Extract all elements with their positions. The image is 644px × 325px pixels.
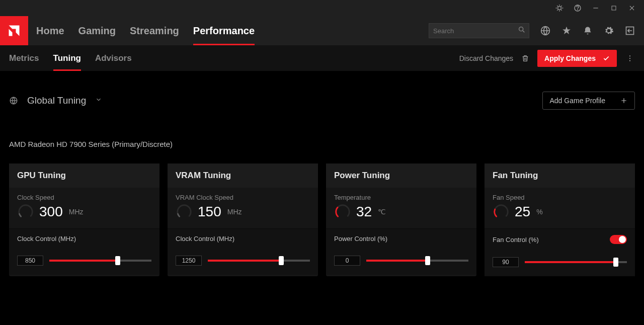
slider-input[interactable] — [493, 257, 519, 267]
globe-icon — [9, 96, 18, 105]
content: Global Tuning Add Game Profile AMD Radeo… — [0, 71, 644, 276]
slider[interactable] — [49, 260, 151, 262]
metric-unit: % — [536, 208, 542, 216]
gauge-icon — [493, 203, 510, 220]
gauge-icon — [334, 203, 351, 220]
svg-point-4 — [519, 27, 523, 31]
topbar: Home Gaming Streaming Performance — [0, 16, 644, 45]
main-nav: Home Gaming Streaming Performance — [36, 16, 255, 45]
gpu-name: AMD Radeon HD 7900 Series (Primary/Discr… — [9, 140, 635, 148]
metric-unit: ℃ — [378, 208, 386, 216]
trash-icon[interactable] — [521, 54, 529, 62]
bug-icon[interactable] — [555, 4, 564, 12]
svg-point-9 — [629, 60, 630, 61]
svg-rect-3 — [612, 6, 616, 10]
control-label: Clock Control (MHz) — [17, 235, 76, 242]
svg-point-7 — [629, 55, 630, 56]
card-title: Power Tuning — [326, 164, 476, 188]
add-profile-label: Add Game Profile — [550, 97, 606, 105]
subbar-right: Discard Changes Apply Changes — [459, 50, 635, 67]
close-icon[interactable] — [628, 4, 636, 12]
tab-metrics[interactable]: Metrics — [9, 45, 39, 71]
slider-input[interactable] — [17, 256, 43, 266]
tab-advisors[interactable]: Advisors — [95, 45, 132, 71]
more-icon[interactable] — [625, 53, 635, 63]
metric-label: VRAM Clock Speed — [176, 194, 310, 201]
metric-value: 32 — [356, 204, 372, 220]
slider-input[interactable] — [176, 256, 202, 266]
sub-tabs: Metrics Tuning Advisors — [9, 45, 132, 71]
slider[interactable] — [366, 260, 468, 262]
gear-icon[interactable] — [604, 26, 614, 36]
topbar-right — [429, 23, 644, 38]
metric-unit: MHz — [69, 208, 84, 216]
nav-home[interactable]: Home — [36, 16, 64, 45]
bell-icon[interactable] — [583, 26, 593, 36]
card-gpu-tuning: GPU Tuning Clock Speed 300 MHz Clock Con… — [9, 164, 159, 276]
control-label: Power Control (%) — [334, 235, 387, 242]
slider[interactable] — [525, 261, 627, 263]
card-vram-tuning: VRAM Tuning VRAM Clock Speed 150 MHz Clo… — [168, 164, 318, 276]
metric-value: 150 — [198, 204, 221, 220]
chevron-down-icon — [95, 96, 102, 105]
card-fan-tuning: Fan Tuning Fan Speed 25 % Fan Control (%… — [485, 164, 635, 276]
metric-unit: MHz — [227, 208, 242, 216]
svg-point-0 — [558, 7, 561, 10]
nav-performance[interactable]: Performance — [193, 16, 255, 45]
search-icon[interactable] — [518, 26, 526, 36]
plus-icon — [620, 97, 627, 104]
control-label: Clock Control (MHz) — [176, 235, 234, 242]
gauge-icon — [176, 203, 193, 220]
maximize-icon[interactable] — [610, 4, 618, 12]
discard-changes[interactable]: Discard Changes — [459, 54, 513, 62]
nav-gaming[interactable]: Gaming — [78, 16, 116, 45]
metric-label: Temperature — [334, 194, 468, 201]
card-title: VRAM Tuning — [168, 164, 318, 188]
slider[interactable] — [208, 260, 310, 262]
scope-selector[interactable]: Global Tuning — [9, 95, 102, 106]
tuning-cards: GPU Tuning Clock Speed 300 MHz Clock Con… — [9, 164, 635, 276]
add-game-profile-button[interactable]: Add Game Profile — [542, 92, 635, 110]
subbar: Metrics Tuning Advisors Discard Changes … — [0, 45, 644, 71]
gauge-icon — [17, 203, 34, 220]
scope-label: Global Tuning — [27, 95, 86, 106]
scope-row: Global Tuning Add Game Profile — [9, 71, 635, 110]
card-power-tuning: Power Tuning Temperature 32 ℃ Power Cont… — [326, 164, 476, 276]
search-box[interactable] — [429, 23, 529, 38]
card-title: GPU Tuning — [9, 164, 159, 188]
fan-control-toggle[interactable] — [610, 235, 627, 244]
nav-streaming[interactable]: Streaming — [130, 16, 179, 45]
globe-icon[interactable] — [540, 26, 550, 36]
svg-point-2 — [578, 10, 578, 10]
metric-value: 300 — [39, 204, 63, 220]
search-input[interactable] — [433, 27, 518, 35]
svg-point-8 — [629, 57, 630, 58]
slider-input[interactable] — [334, 256, 360, 266]
minimize-icon[interactable] — [592, 4, 600, 12]
metric-label: Fan Speed — [493, 194, 627, 201]
help-icon[interactable] — [574, 4, 582, 12]
apply-label: Apply Changes — [544, 54, 596, 62]
exit-icon[interactable] — [625, 26, 635, 36]
apply-button[interactable]: Apply Changes — [537, 50, 617, 67]
check-icon — [603, 55, 610, 62]
card-title: Fan Tuning — [485, 164, 635, 188]
titlebar — [0, 0, 644, 16]
amd-logo[interactable] — [0, 16, 28, 45]
control-label: Fan Control (%) — [493, 236, 539, 243]
tab-tuning[interactable]: Tuning — [53, 45, 81, 71]
metric-label: Clock Speed — [17, 194, 151, 201]
metric-value: 25 — [515, 204, 530, 220]
star-icon[interactable] — [561, 26, 572, 36]
